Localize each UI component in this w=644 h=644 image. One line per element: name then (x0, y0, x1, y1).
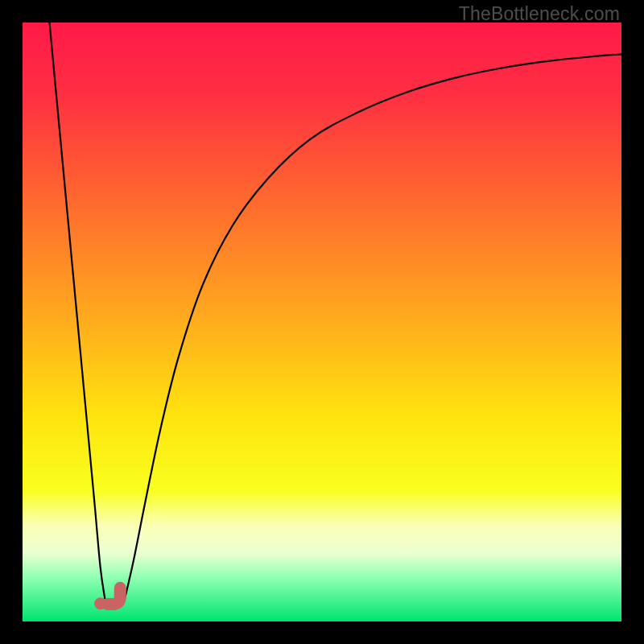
valley-marker-j (108, 588, 121, 604)
bottleneck-curve-right (124, 54, 621, 601)
bottleneck-curve-left (49, 23, 105, 601)
curve-layer (23, 23, 621, 621)
plot-area (23, 23, 621, 621)
valley-marker-group (94, 588, 120, 609)
watermark-text: TheBottleneck.com (459, 3, 620, 25)
chart-frame: TheBottleneck.com (0, 0, 644, 644)
